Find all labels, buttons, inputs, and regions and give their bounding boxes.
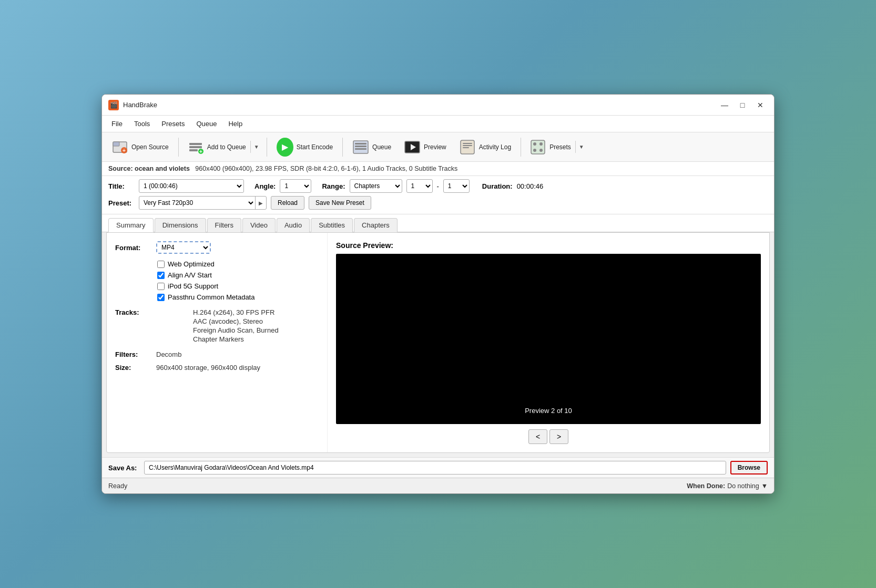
save-new-preset-button[interactable]: Save New Preset	[309, 196, 371, 210]
queue-icon	[352, 139, 369, 156]
open-source-icon: +	[111, 139, 128, 156]
close-button[interactable]: ✕	[753, 98, 768, 112]
preset-arrow[interactable]: ▶	[255, 197, 266, 209]
queue-label: Queue	[372, 143, 391, 151]
svg-text:+: +	[123, 148, 126, 153]
tab-subtitles[interactable]: Subtitles	[311, 218, 353, 232]
window-controls: — □ ✕	[717, 98, 768, 112]
format-row: Format: MP4 MKV WebM	[115, 241, 319, 254]
save-as-input[interactable]	[144, 461, 726, 474]
menu-file[interactable]: File	[106, 118, 128, 130]
preset-select[interactable]: Very Fast 720p30	[139, 197, 255, 209]
svg-rect-19	[531, 140, 545, 154]
range-separator: -	[437, 182, 439, 190]
svg-rect-1	[113, 142, 119, 146]
activity-log-label: Activity Log	[479, 143, 511, 151]
svg-rect-18	[463, 147, 469, 148]
preview-prev-button[interactable]: <	[528, 429, 547, 444]
range-type-select[interactable]: Chapters	[350, 179, 402, 193]
start-encode-label: Start Encode	[297, 143, 333, 151]
right-panel: Source Preview: Preview 2 of 10 < >	[328, 233, 769, 452]
preview-next-button[interactable]: >	[549, 429, 568, 444]
preset-row: Preset: Very Fast 720p30 ▶ Reload Save N…	[108, 196, 768, 210]
presets-dropdown[interactable]: ▼	[575, 141, 587, 153]
open-source-label: Open Source	[131, 143, 169, 151]
format-select-wrap: MP4 MKV WebM	[156, 241, 211, 254]
add-to-queue-label: Add to Queue	[207, 143, 246, 151]
duration-label: Duration:	[482, 182, 513, 190]
minimize-button[interactable]: —	[717, 98, 732, 112]
title-bar: 🎬 HandBrake — □ ✕	[102, 95, 774, 116]
checkboxes-group: Web Optimized Align A/V Start iPod 5G Su…	[157, 260, 319, 301]
format-label: Format:	[115, 244, 152, 252]
menu-queue[interactable]: Queue	[191, 118, 222, 130]
svg-rect-11	[355, 146, 366, 147]
presets-label: Presets	[549, 143, 571, 151]
align-av-row: Align A/V Start	[157, 271, 319, 279]
title-select[interactable]: 1 (00:00:46)	[139, 179, 244, 193]
web-optimized-checkbox[interactable]	[157, 261, 165, 268]
track-2: AAC (avcodec), Stereo	[193, 317, 279, 325]
svg-rect-10	[355, 143, 366, 145]
svg-point-23	[539, 149, 543, 152]
web-optimized-row: Web Optimized	[157, 260, 319, 268]
size-value: 960x400 storage, 960x400 display	[156, 364, 260, 372]
title-label: Title:	[108, 182, 135, 190]
preview-badge: Preview 2 of 10	[516, 404, 580, 418]
svg-rect-4	[189, 143, 202, 145]
form-rows: Title: 1 (00:00:46) Angle: 1 Range: Chap…	[102, 176, 774, 214]
range-from-select[interactable]: 1	[406, 179, 433, 193]
tracks-values: H.264 (x264), 30 FPS PFR AAC (avcodec), …	[193, 308, 279, 344]
start-encode-button[interactable]: ▶ Start Encode	[271, 136, 338, 159]
add-to-queue-dropdown[interactable]: ▼	[250, 141, 262, 153]
tab-dimensions[interactable]: Dimensions	[155, 218, 206, 232]
track-3: Foreign Audio Scan, Burned	[193, 326, 279, 334]
menu-tools[interactable]: Tools	[129, 118, 155, 130]
svg-point-21	[539, 142, 543, 146]
activity-log-button[interactable]: Activity Log	[454, 136, 516, 159]
presets-button[interactable]: Presets	[525, 136, 575, 159]
size-label: Size:	[115, 364, 156, 372]
tracks-label: Tracks:	[115, 308, 152, 344]
open-source-button[interactable]: + Open Source	[106, 136, 174, 159]
add-to-queue-group: + Add to Queue ▼	[183, 136, 262, 159]
maximize-button[interactable]: □	[735, 98, 750, 112]
ipod-label: iPod 5G Support	[168, 282, 218, 290]
tab-summary[interactable]: Summary	[108, 218, 154, 232]
bottom-bar: Save As: Browse	[102, 457, 774, 478]
range-to-select[interactable]: 1	[443, 179, 470, 193]
align-av-checkbox[interactable]	[157, 272, 165, 279]
filters-value: Decomb	[156, 350, 181, 358]
angle-select[interactable]: 1	[280, 179, 311, 193]
tab-chapters[interactable]: Chapters	[354, 218, 398, 232]
tracks-section: Tracks: H.264 (x264), 30 FPS PFR AAC (av…	[115, 308, 319, 344]
svg-rect-17	[463, 145, 472, 146]
browse-button[interactable]: Browse	[730, 461, 768, 474]
tab-video[interactable]: Video	[242, 218, 276, 232]
format-select[interactable]: MP4 MKV WebM	[157, 242, 210, 253]
svg-rect-6	[189, 149, 198, 151]
tabs-bar: Summary Dimensions Filters Video Audio S…	[102, 214, 774, 232]
preset-label: Preset:	[108, 199, 135, 207]
when-done-chevron[interactable]: ▼	[761, 482, 768, 490]
size-row: Size: 960x400 storage, 960x400 display	[115, 364, 319, 372]
when-done-value: Do nothing	[727, 482, 759, 490]
add-to-queue-button[interactable]: + Add to Queue	[183, 136, 250, 159]
preset-select-wrap: Very Fast 720p30 ▶	[139, 196, 267, 210]
presets-group: Presets ▼	[525, 136, 587, 159]
tab-audio[interactable]: Audio	[277, 218, 310, 232]
reload-button[interactable]: Reload	[271, 196, 304, 210]
preview-toolbar-button[interactable]: Preview	[399, 136, 452, 159]
passthru-checkbox[interactable]	[157, 294, 165, 301]
presets-icon	[529, 139, 546, 156]
track-4: Chapter Markers	[193, 335, 279, 343]
menu-help[interactable]: Help	[223, 118, 248, 130]
ipod-checkbox[interactable]	[157, 283, 165, 290]
passthru-label: Passthru Common Metadata	[168, 293, 254, 301]
menu-presets[interactable]: Presets	[156, 118, 190, 130]
queue-button[interactable]: Queue	[347, 136, 396, 159]
align-av-label: Align A/V Start	[168, 271, 212, 279]
tab-filters[interactable]: Filters	[207, 218, 241, 232]
main-content: Format: MP4 MKV WebM Web Optimized	[106, 232, 770, 453]
source-details: 960x400 (960x400), 23.98 FPS, SDR (8-bit…	[195, 165, 457, 172]
